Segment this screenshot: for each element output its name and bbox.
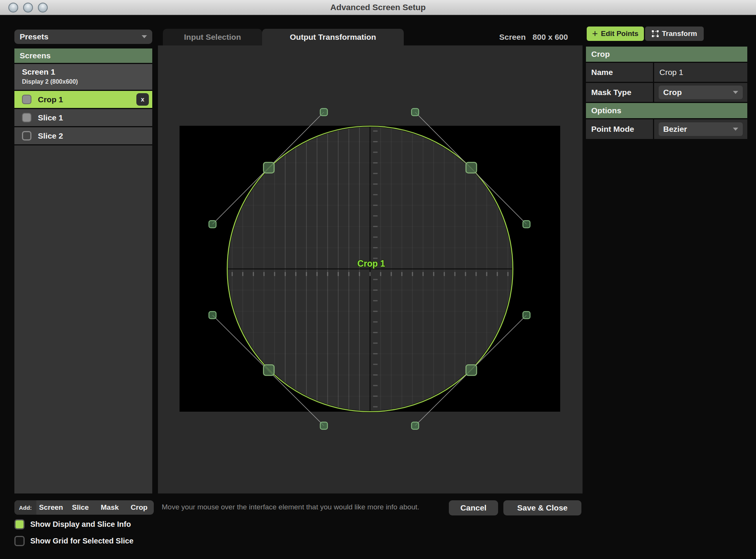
show-display-info-checkbox[interactable]: [14, 519, 25, 529]
add-screen-button[interactable]: Screen: [36, 503, 66, 512]
screen-info-resolution: 800 x 600: [533, 33, 568, 42]
slice2-checkbox[interactable]: [22, 131, 31, 141]
show-grid-row: Show Grid for Selected Slice: [14, 536, 133, 546]
slice2-label: Slice 2: [38, 131, 63, 141]
sidebar-item-slice1[interactable]: Slice 1: [14, 109, 152, 126]
crop-canvas-label: Crop 1: [358, 259, 385, 269]
name-label-text: Name: [591, 68, 613, 77]
show-display-info-label: Show Display and Slice Info: [30, 520, 131, 529]
window-controls: [8, 3, 48, 12]
delete-crop1-button[interactable]: x: [136, 93, 149, 106]
screen-info-label: Screen: [499, 33, 526, 42]
tab-output-transformation[interactable]: Output Transformation: [262, 29, 404, 45]
point-mode-label: Point Mode: [586, 119, 653, 139]
point-mode-dropdown[interactable]: Bezier: [659, 122, 743, 136]
edit-points-button[interactable]: + Edit Points: [587, 27, 644, 41]
show-display-info-row: Show Display and Slice Info: [14, 519, 131, 529]
window-title: Advanced Screen Setup: [0, 0, 756, 15]
control-handle-right-lower[interactable]: [523, 312, 530, 319]
control-handle-left-upper[interactable]: [209, 221, 216, 228]
control-handle-right-upper[interactable]: [523, 221, 530, 228]
screens-header-label: Screens: [20, 51, 51, 60]
name-value-text: Crop 1: [659, 68, 683, 77]
control-handle-top-right[interactable]: [412, 109, 419, 116]
control-handle-left-lower[interactable]: [209, 312, 216, 319]
show-grid-label: Show Grid for Selected Slice: [30, 537, 133, 545]
anchor-point-ne[interactable]: [466, 162, 476, 173]
mask-edit-canvas[interactable]: Crop 1: [158, 45, 583, 493]
control-handle-bottom-left[interactable]: [320, 422, 328, 429]
slice1-label: Slice 1: [38, 113, 63, 122]
options-header-label: Options: [591, 106, 621, 115]
minimize-window-button[interactable]: [23, 3, 33, 12]
mask-type-label: Mask Type: [586, 83, 653, 102]
add-slice-button[interactable]: Slice: [66, 503, 95, 512]
control-handle-top-left[interactable]: [320, 109, 328, 116]
cancel-button[interactable]: Cancel: [449, 500, 498, 515]
transform-label: Transform: [662, 30, 697, 38]
anchor-point-se[interactable]: [466, 365, 476, 375]
sidebar-item-slice2[interactable]: Slice 2: [14, 127, 152, 144]
edit-points-label: Edit Points: [601, 30, 638, 38]
save-and-close-label: Save & Close: [517, 503, 567, 512]
tab-output-transformation-label: Output Transformation: [290, 33, 376, 42]
chevron-down-icon: [733, 91, 738, 94]
show-grid-checkbox[interactable]: [14, 536, 25, 546]
advanced-screen-setup-window: { "window": { "title": "Advanced Screen …: [0, 0, 756, 559]
anchor-point-nw[interactable]: [264, 162, 274, 173]
presets-dropdown[interactable]: Presets: [14, 30, 152, 44]
add-crop-button[interactable]: Crop: [125, 503, 154, 512]
point-mode-cell: Bezier: [654, 119, 747, 139]
transform-icon: [652, 30, 659, 37]
output-transformation-panel: Crop 1: [158, 45, 583, 493]
slice1-checkbox[interactable]: [22, 113, 31, 122]
mask-type-dropdown[interactable]: Crop: [659, 86, 743, 99]
control-handle-bottom-right[interactable]: [412, 422, 419, 429]
anchor-point-sw[interactable]: [264, 365, 274, 375]
add-mask-button[interactable]: Mask: [95, 503, 125, 512]
screen1-name: Screen 1: [22, 67, 152, 77]
mask-type-label-text: Mask Type: [591, 88, 631, 97]
add-label: Add:: [14, 500, 36, 515]
close-window-button[interactable]: [8, 3, 18, 12]
crop1-label: Crop 1: [38, 95, 63, 104]
screens-section-header: Screens: [14, 48, 152, 63]
transform-button[interactable]: Transform: [645, 27, 704, 41]
zoom-window-button[interactable]: [38, 3, 48, 12]
status-bar-text: Move your mouse over the interface eleme…: [162, 503, 442, 511]
chevron-down-icon: [733, 128, 738, 131]
crop-header-label: Crop: [591, 50, 610, 59]
mask-type-value-text: Crop: [663, 88, 682, 97]
cancel-button-label: Cancel: [461, 503, 487, 512]
sidebar-item-screen1[interactable]: Screen 1 Display 2 (800x600): [14, 64, 152, 90]
name-label: Name: [586, 63, 653, 82]
mask-type-cell: Crop: [654, 83, 747, 102]
tab-input-selection[interactable]: Input Selection: [163, 29, 262, 45]
tab-input-selection-label: Input Selection: [184, 33, 241, 42]
point-mode-label-text: Point Mode: [591, 125, 634, 134]
save-and-close-button[interactable]: Save & Close: [503, 500, 581, 515]
crop-section-header: Crop: [586, 47, 747, 62]
sidebar-background: [14, 145, 152, 493]
presets-label: Presets: [20, 32, 48, 41]
plus-icon: +: [592, 28, 598, 38]
add-toolbar: Add: Screen Slice Mask Crop: [14, 500, 154, 515]
name-field[interactable]: Crop 1: [654, 63, 747, 82]
point-mode-value-text: Bezier: [663, 125, 687, 134]
chevron-down-icon: [142, 35, 147, 38]
options-section-header: Options: [586, 103, 747, 118]
screen-resolution-readout: Screen 800 x 600: [499, 29, 583, 45]
sidebar-item-crop1[interactable]: Crop 1 x: [14, 91, 152, 108]
crop1-checkbox[interactable]: [22, 95, 31, 104]
screen1-display-info: Display 2 (800x600): [22, 78, 152, 85]
titlebar: Advanced Screen Setup: [0, 0, 756, 15]
